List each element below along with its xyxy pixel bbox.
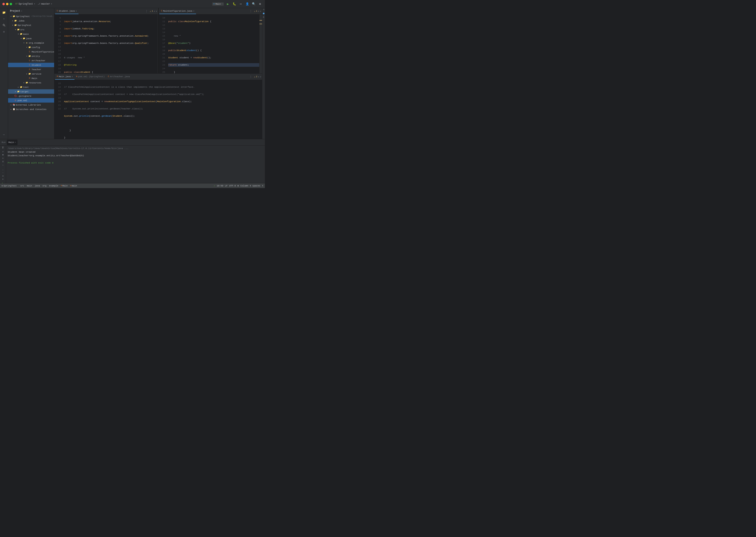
- search-icon[interactable]: 🔍: [251, 2, 256, 6]
- tree-item-scratches[interactable]: ▸ 📋 Scratches and Consoles: [8, 107, 54, 111]
- project-icon[interactable]: 📁: [1, 10, 7, 15]
- tree-item-idea[interactable]: ▸ 📁 .idea: [8, 19, 54, 23]
- settings-run-button[interactable]: ⚙: [1, 178, 5, 181]
- run-button[interactable]: ▶: [225, 2, 230, 6]
- tree-item-org-example[interactable]: ▾ ◉ org.example: [8, 41, 54, 45]
- print-button[interactable]: ≣: [1, 175, 5, 177]
- tree-item-springtest-root[interactable]: ▾ 📁 SpringTest ~/Desktop/CS/JavaEE/2 Jav…: [8, 14, 54, 19]
- scroll-start-button[interactable]: ↑: [1, 172, 5, 174]
- bottom-tab-close[interactable]: ✕: [15, 141, 16, 144]
- tab-mainconfiguration[interactable]: C MainConfiguration.java ✕: [159, 9, 196, 14]
- stop-button[interactable]: ■: [1, 154, 5, 156]
- pause-button[interactable]: ⏸: [1, 160, 5, 163]
- right-strip-icon-3[interactable]: m: [263, 16, 264, 18]
- java-class-icon: M: [28, 77, 31, 80]
- tree-item-pom-xml[interactable]: m pom.xml: [8, 98, 54, 103]
- tree-item-service[interactable]: ▸ 📁 service: [8, 72, 54, 76]
- more-sidebar-icon[interactable]: ⋯: [1, 132, 7, 137]
- bottom-code-scroll[interactable]: 15161718 19202122 // ClassPathXmlApplica…: [54, 80, 262, 139]
- file-tree-content[interactable]: ▾ 📁 SpringTest ~/Desktop/CS/JavaEE/2 Jav…: [8, 14, 54, 139]
- status-project[interactable]: ⚙ SpringTest: [2, 185, 17, 187]
- tree-label-gitignore: .gitignore: [18, 95, 31, 97]
- run-tool-icons: T ↺ ■ ⊙ ⏸ ⋯ ↓ ↑ ≣ ⚙ ▶ ↩ 🗑: [0, 145, 6, 183]
- tree-item-gitignore[interactable]: 🚫 .gitignore: [8, 94, 54, 98]
- status-line-ending[interactable]: LF: [225, 185, 228, 187]
- left-pane-menu[interactable]: ⋮: [144, 10, 149, 13]
- commit-icon[interactable]: ≡: [1, 16, 7, 22]
- status-git-push[interactable]: ⬆: [262, 185, 263, 187]
- run-bottom-button[interactable]: ▶: [1, 181, 5, 183]
- breadcrumb-org[interactable]: org: [42, 185, 47, 187]
- branch-selector[interactable]: ⎇ master ▾: [38, 2, 52, 5]
- right-code-scroll[interactable]: 10111213 14151617 18192021 22232425 2627…: [158, 15, 262, 73]
- structure-icon[interactable]: ⊞: [1, 29, 7, 35]
- resume-button[interactable]: ⊙: [1, 157, 5, 159]
- breadcrumb-example[interactable]: example: [49, 185, 58, 187]
- status-vcs[interactable]: ✓: [214, 185, 215, 187]
- minimize-button[interactable]: [6, 3, 9, 5]
- right-code-content[interactable]: public class MainConfiguration { new * @…: [167, 15, 262, 73]
- debug-button[interactable]: 🐛: [232, 2, 237, 6]
- run-config-selector[interactable]: ● Main ▾: [212, 2, 224, 6]
- code-line: [168, 27, 262, 30]
- plugins-icon[interactable]: 🔌: [1, 22, 7, 28]
- status-encoding[interactable]: UTF-8: [229, 185, 236, 187]
- chevron-down-icon: ▾: [25, 55, 28, 58]
- tree-item-student[interactable]: C Student: [8, 63, 54, 67]
- tree-item-main-java[interactable]: M Main: [8, 76, 54, 80]
- breadcrumb-method[interactable]: mmain: [70, 185, 77, 187]
- rerun-icon[interactable]: T: [1, 146, 5, 149]
- tree-item-test[interactable]: ▸ 📁 test: [8, 85, 54, 89]
- breadcrumb-src[interactable]: src: [20, 185, 24, 187]
- tree-item-mainconfiguration[interactable]: C MainConfiguration: [8, 50, 54, 54]
- tree-label-springtest: SpringTest: [16, 15, 30, 18]
- settings-icon[interactable]: ⚙: [258, 2, 262, 6]
- right-strip-icon-1[interactable]: ≡: [262, 9, 265, 10]
- right-strip-icon-2[interactable]: [263, 13, 264, 14]
- tree-label-teacher: Teacher: [32, 68, 41, 71]
- rerun-button[interactable]: ↺: [1, 150, 5, 153]
- chevron-down-icon: ▾: [10, 15, 13, 18]
- tree-item-springtest-sub[interactable]: ▾ 📁 SpringTest: [8, 23, 54, 27]
- close-button[interactable]: [2, 3, 5, 5]
- bottom-pane-menu[interactable]: ⋮: [248, 75, 253, 78]
- tree-item-config[interactable]: ▾ 📁 config: [8, 45, 54, 50]
- tree-item-entity[interactable]: ▾ 📁 entity: [8, 54, 54, 58]
- maximize-button[interactable]: [10, 3, 12, 5]
- bottom-code-content[interactable]: // ClassPathXmlApplicationContext is a c…: [63, 80, 262, 139]
- user-icon[interactable]: 👤: [245, 2, 249, 6]
- tab-student-java[interactable]: C Student.java ✕: [55, 9, 78, 14]
- code-line: }: [64, 129, 262, 132]
- tree-item-artteacher[interactable]: C ArtTeacher: [8, 58, 54, 63]
- target-folder-icon: 📁: [17, 90, 20, 93]
- more-run-button[interactable]: ⋯: [1, 164, 5, 166]
- tree-item-external-libraries[interactable]: ▸ 📚 External Libraries: [8, 103, 54, 107]
- breadcrumb-main[interactable]: main: [27, 185, 32, 187]
- left-code-content[interactable]: import jakarta.annotation.Resource; impo…: [63, 15, 158, 73]
- tree-item-target[interactable]: ▸ 📁 target: [8, 89, 54, 94]
- tab-pom-xml[interactable]: m pom.xml (SpringTest): [74, 74, 106, 80]
- code-line: public class MainConfiguration {: [168, 20, 262, 23]
- status-indent[interactable]: ⊞: [238, 185, 239, 187]
- tab-artteacher-java[interactable]: C ArtTeacher.java: [106, 74, 131, 80]
- tree-item-main[interactable]: ▾ 📁 main: [8, 32, 54, 36]
- tree-item-java[interactable]: ▾ 📁 java: [8, 36, 54, 41]
- left-code-scroll[interactable]: 5678 9101112 13141516 17181920 21222324 …: [54, 15, 158, 73]
- bottom-tabs: Run Main ✕: [0, 139, 265, 145]
- entity-folder-icon: 📁: [28, 55, 31, 58]
- run-label: Run: [2, 141, 6, 144]
- code-area: C Student.java ✕ ⋮ ⚠1 ∧∨ 5678 9101112: [54, 8, 262, 139]
- tree-item-src[interactable]: ▾ 📁 src: [8, 27, 54, 32]
- scroll-end-button[interactable]: ↓: [1, 169, 5, 171]
- breadcrumb-java[interactable]: java: [35, 185, 40, 187]
- breadcrumb-main-class[interactable]: MMain: [61, 185, 67, 187]
- bottom-tab-main[interactable]: Main ✕: [7, 140, 18, 145]
- more-options-button[interactable]: ⋯: [238, 2, 243, 6]
- tab-main-java[interactable]: M Main.java ✕: [55, 74, 74, 80]
- tree-item-resources[interactable]: ▸ 📁 resources: [8, 80, 54, 85]
- tree-item-teacher[interactable]: C Teacher: [8, 67, 54, 72]
- chevron-right-icon: ▸: [10, 103, 13, 106]
- code-line: [64, 49, 158, 52]
- right-pane-menu[interactable]: ⋮: [248, 10, 253, 13]
- tree-label-mainconfiguration: MainConfiguration: [32, 51, 54, 53]
